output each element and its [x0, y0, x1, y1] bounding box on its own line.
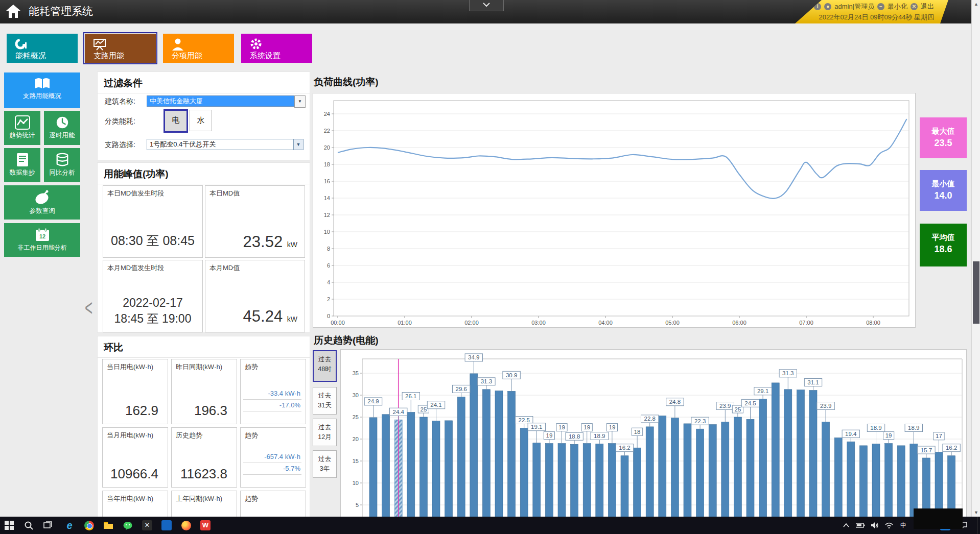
- bar[interactable]: [834, 438, 842, 518]
- scroll-up-icon[interactable]: ▲: [972, 0, 980, 8]
- bar[interactable]: [746, 419, 754, 518]
- edge-browser-icon[interactable]: e: [63, 519, 76, 531]
- collapse-panel-arrow[interactable]: <: [85, 295, 92, 322]
- building-select[interactable]: 中美信托金融大厦: [147, 95, 297, 107]
- bar[interactable]: [847, 442, 855, 518]
- home-icon[interactable]: [5, 3, 21, 19]
- bar[interactable]: [571, 444, 578, 518]
- minimize-label[interactable]: 最小化: [888, 2, 907, 11]
- minimize-icon[interactable]: −: [877, 3, 884, 10]
- bar[interactable]: [608, 444, 616, 518]
- tray-expand-icon[interactable]: [840, 519, 852, 531]
- tab-subitem-energy[interactable]: 分项用能: [163, 34, 234, 63]
- bar[interactable]: [872, 444, 880, 518]
- tab-energy-overview[interactable]: 能耗概况: [7, 34, 78, 63]
- branch-select-arrow-icon[interactable]: ▼: [293, 139, 303, 150]
- cell-value: 11623.8: [180, 466, 227, 482]
- bar[interactable]: [684, 424, 691, 518]
- sidebar-item-branch-overview[interactable]: 支路用能概况: [4, 72, 80, 108]
- bar[interactable]: [671, 418, 679, 518]
- plot-border: [334, 101, 909, 316]
- range-button-12m[interactable]: 过去12月: [313, 419, 337, 446]
- chrome-browser-icon[interactable]: [83, 519, 95, 531]
- sidebar-item-nonworkday-analysis[interactable]: 12 非工作日用能分析: [4, 223, 80, 257]
- battery-icon[interactable]: [854, 519, 867, 531]
- bar[interactable]: [508, 391, 516, 518]
- taskbar-search-button[interactable]: [22, 519, 35, 531]
- bar[interactable]: [696, 429, 704, 518]
- bar[interactable]: [822, 422, 830, 518]
- bar[interactable]: [897, 446, 905, 518]
- bar[interactable]: [634, 448, 641, 518]
- bar[interactable]: [734, 417, 741, 518]
- bar[interactable]: [558, 444, 566, 518]
- bar[interactable]: [407, 412, 415, 518]
- scroll-down-icon[interactable]: ▼: [972, 508, 980, 517]
- tab-system-settings[interactable]: 系统设置: [241, 34, 312, 63]
- page-scrollbar[interactable]: ▲ ▼: [971, 0, 980, 517]
- bar[interactable]: [759, 399, 767, 518]
- bar[interactable]: [910, 444, 918, 518]
- bar[interactable]: [457, 397, 465, 518]
- bar[interactable]: [432, 421, 440, 518]
- bar[interactable]: [646, 427, 654, 518]
- exit-label[interactable]: 退出: [921, 2, 934, 11]
- blue-app-icon[interactable]: [160, 519, 173, 531]
- bar[interactable]: [809, 391, 817, 518]
- range-button-31d[interactable]: 过去31天: [313, 387, 337, 415]
- bar[interactable]: [596, 444, 603, 518]
- bar-label: 15.7: [921, 447, 932, 453]
- building-select-arrow-icon[interactable]: ▼: [294, 95, 306, 108]
- bar[interactable]: [885, 444, 893, 518]
- network-icon[interactable]: [883, 519, 895, 531]
- bar[interactable]: [369, 418, 377, 518]
- bar[interactable]: [382, 415, 390, 518]
- bar[interactable]: [520, 428, 528, 518]
- bar[interactable]: [419, 417, 427, 518]
- info-icon[interactable]: i: [814, 3, 821, 10]
- bar[interactable]: [445, 421, 453, 518]
- wps-icon[interactable]: W: [199, 519, 212, 531]
- bar[interactable]: [659, 416, 666, 518]
- bar[interactable]: [621, 456, 628, 518]
- start-button[interactable]: [3, 519, 15, 531]
- bar[interactable]: [470, 374, 478, 518]
- range-button-3y[interactable]: 过去3年: [313, 450, 337, 478]
- energy-water-button[interactable]: 水: [190, 110, 212, 131]
- bar[interactable]: [709, 425, 716, 518]
- bar[interactable]: [583, 444, 591, 518]
- history-trend-chart[interactable]: 510152025303524.924.426.12524.129.634.93…: [341, 350, 965, 518]
- bar[interactable]: [859, 446, 867, 518]
- sidebar-item-data-collection[interactable]: 数据集抄: [4, 148, 40, 182]
- wechat-icon[interactable]: [122, 519, 134, 531]
- bar[interactable]: [482, 390, 490, 518]
- scrollbar-thumb[interactable]: [973, 261, 979, 324]
- sidebar-item-parameter-query[interactable]: 参数查询: [4, 185, 80, 220]
- firefox-browser-icon[interactable]: [180, 519, 192, 531]
- file-explorer-icon[interactable]: [102, 519, 114, 531]
- sidebar-item-hourly-energy[interactable]: 逐时用能: [44, 111, 80, 145]
- show-desktop-button[interactable]: [977, 517, 980, 534]
- svg-text:10: 10: [353, 480, 359, 486]
- bar[interactable]: [545, 444, 553, 518]
- input-method-indicator[interactable]: 中: [897, 519, 909, 531]
- bar[interactable]: [784, 390, 792, 518]
- dark-app-icon[interactable]: ✕: [141, 519, 153, 531]
- sidebar-item-yoy-analysis[interactable]: 同比分析: [44, 148, 80, 182]
- volume-icon[interactable]: [869, 519, 881, 531]
- bar[interactable]: [772, 383, 779, 518]
- close-icon[interactable]: ✕: [911, 3, 918, 10]
- sidebar-item-trend-stats[interactable]: 趋势统计: [4, 111, 40, 145]
- tab-branch-energy[interactable]: 支路用能: [85, 34, 156, 63]
- bar[interactable]: [721, 422, 729, 518]
- bar[interactable]: [797, 390, 804, 518]
- bar[interactable]: [495, 391, 503, 518]
- task-view-button[interactable]: [42, 519, 54, 531]
- bar[interactable]: [935, 452, 943, 518]
- range-button-48h[interactable]: 过去48时: [313, 350, 337, 382]
- branch-select[interactable]: 1号配变0.4千伏总开关 ▼: [147, 139, 304, 150]
- energy-electric-button[interactable]: 电: [164, 110, 188, 132]
- header-dropdown-tab[interactable]: [469, 0, 504, 11]
- load-curve-chart[interactable]: 02468101214161820222400:0001:0002:0003:0…: [313, 93, 914, 326]
- bar[interactable]: [533, 443, 541, 518]
